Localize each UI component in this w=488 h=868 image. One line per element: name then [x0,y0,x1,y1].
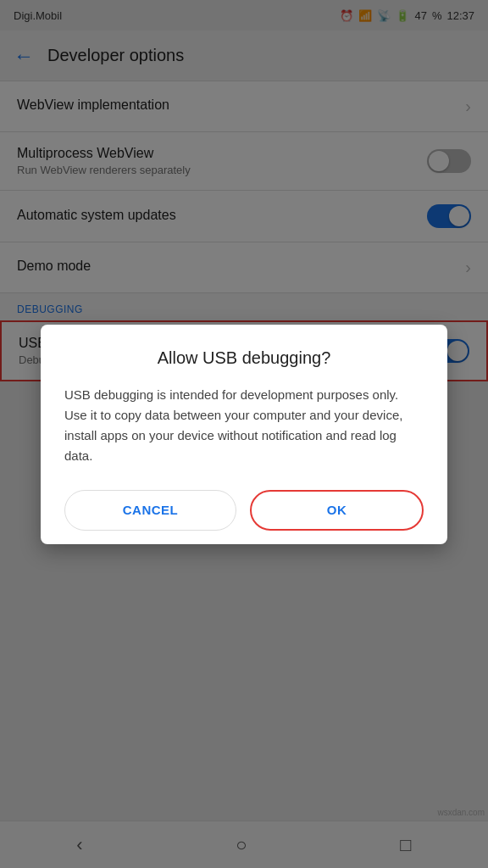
dialog-overlay: Allow USB debugging? USB debugging is in… [0,0,488,868]
dialog-title: Allow USB debugging? [64,348,424,368]
dialog-body: USB debugging is intended for developmen… [64,385,424,466]
usb-debug-dialog: Allow USB debugging? USB debugging is in… [41,325,447,544]
dialog-buttons: CANCEL OK [64,490,424,531]
cancel-button[interactable]: CANCEL [64,490,236,531]
ok-button[interactable]: OK [250,490,424,531]
